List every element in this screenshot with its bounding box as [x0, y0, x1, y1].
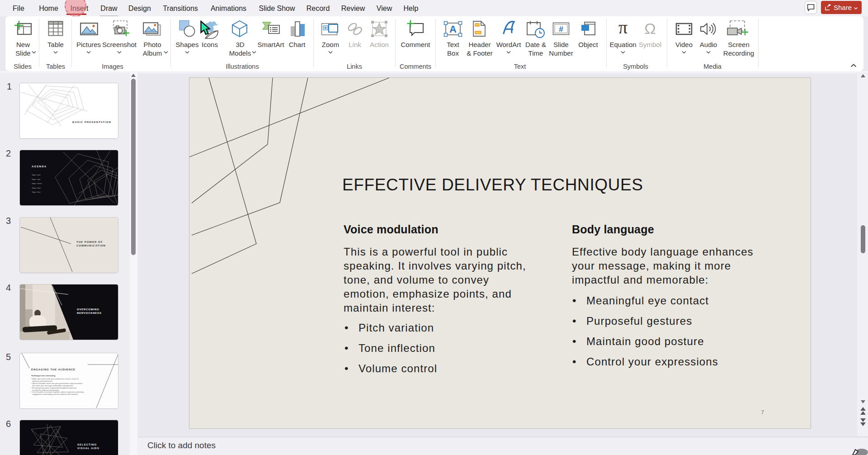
svg-text:#: # — [559, 25, 563, 33]
svg-text:Ω: Ω — [644, 21, 656, 37]
svg-text:π: π — [618, 21, 627, 36]
svg-text:A: A — [449, 24, 457, 35]
